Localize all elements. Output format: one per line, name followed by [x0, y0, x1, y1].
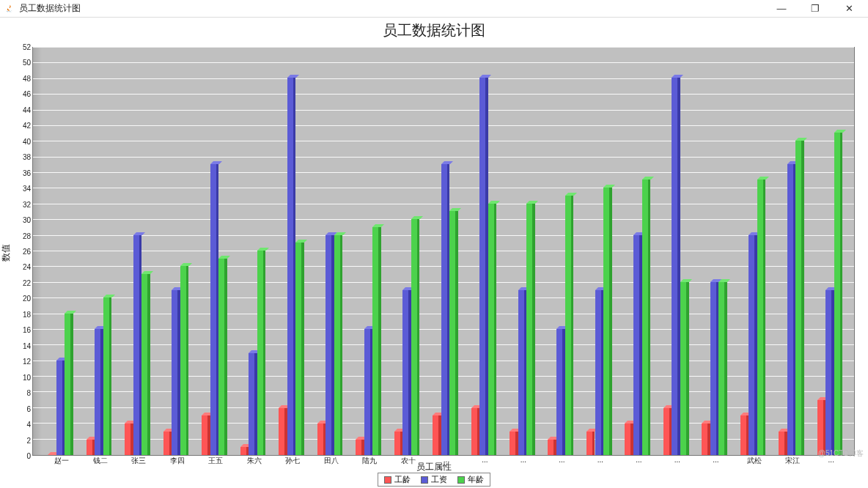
y-tick: 38 — [16, 153, 31, 161]
bar-工资 — [595, 290, 604, 455]
y-tick: 18 — [16, 310, 31, 318]
y-tick: 50 — [16, 59, 31, 67]
bar-工龄 — [279, 408, 287, 455]
bar-年龄 — [372, 227, 381, 455]
y-tick: 36 — [16, 169, 31, 177]
bar-年龄 — [642, 180, 651, 455]
bar-工龄 — [740, 415, 749, 455]
bar-工龄 — [548, 440, 556, 455]
bar-年龄 — [411, 219, 420, 455]
x-tick: 赵一 — [54, 456, 69, 466]
bar-工龄 — [471, 408, 480, 455]
bar-年龄 — [680, 282, 689, 455]
bar-年龄 — [795, 141, 804, 455]
plot-background — [32, 47, 855, 456]
legend-item-工龄: 工龄 — [384, 474, 411, 485]
x-tick: 王五 — [208, 456, 223, 466]
title-bar: 员工数据统计图 — ❐ ✕ — [0, 0, 868, 18]
watermark-text: @51CTO博客 — [818, 448, 864, 459]
bar-工资 — [479, 78, 488, 455]
legend-item-工资: 工资 — [421, 474, 447, 485]
bar-工资 — [672, 78, 680, 455]
bar-工资 — [441, 164, 450, 455]
bar-工龄 — [163, 432, 172, 455]
bar-年龄 — [334, 235, 343, 455]
x-tick: 孙七 — [285, 456, 300, 466]
bar-年龄 — [449, 211, 458, 455]
bar-工龄 — [202, 415, 210, 455]
close-button[interactable]: ✕ — [839, 3, 859, 14]
bar-工龄 — [125, 424, 133, 455]
bar-年龄 — [65, 314, 73, 455]
y-tick: 42 — [16, 122, 31, 130]
bar-工资 — [556, 329, 565, 455]
bar-工资 — [95, 329, 103, 455]
bar-工龄 — [356, 440, 364, 455]
legend-item-年龄: 年龄 — [457, 474, 484, 485]
x-tick: 朱六 — [247, 456, 262, 466]
bar-工资 — [633, 235, 642, 455]
x-tick: ... — [559, 456, 564, 464]
x-tick: 陆九 — [362, 456, 377, 466]
y-tick: 40 — [16, 137, 31, 145]
chart-area: 员工数据统计图 数值 02468101214161820222426283032… — [0, 18, 868, 488]
bar-年龄 — [218, 259, 227, 455]
minimize-button[interactable]: — — [771, 3, 792, 14]
y-tick: 32 — [16, 200, 31, 208]
bar-工资 — [133, 235, 142, 455]
x-tick: 李四 — [170, 456, 185, 466]
y-tick: 20 — [16, 295, 31, 303]
bar-工资 — [825, 290, 834, 455]
chart-bars — [33, 48, 854, 455]
x-tick: 钱二 — [93, 456, 108, 466]
bar-年龄 — [834, 133, 843, 455]
x-tick: ... — [636, 456, 641, 464]
bar-年龄 — [565, 196, 574, 455]
bar-工资 — [787, 164, 796, 455]
y-tick: 26 — [16, 248, 31, 256]
x-tick: 张三 — [131, 456, 146, 466]
bar-年龄 — [141, 274, 150, 455]
bar-工资 — [56, 361, 65, 455]
bar-年龄 — [718, 282, 727, 455]
bar-工资 — [172, 290, 180, 455]
x-tick: ... — [521, 456, 526, 464]
x-tick: ... — [482, 456, 488, 464]
bar-工龄 — [817, 400, 826, 455]
maximize-button[interactable]: ❐ — [805, 3, 825, 14]
x-axis-label: 员工属性 — [416, 461, 452, 473]
y-tick: 14 — [16, 341, 31, 350]
bar-工资 — [518, 290, 527, 455]
y-tick: 48 — [16, 74, 31, 82]
bar-工资 — [287, 78, 296, 455]
bar-工资 — [210, 164, 219, 455]
y-tick: 16 — [16, 326, 31, 334]
bar-年龄 — [103, 297, 112, 455]
bar-年龄 — [757, 180, 766, 455]
y-axis-label: 数值 — [0, 244, 12, 262]
y-tick: 10 — [16, 373, 31, 381]
bar-年龄 — [295, 243, 304, 455]
x-tick: ... — [597, 456, 603, 464]
bar-工龄 — [433, 415, 441, 455]
chart-title: 员工数据统计图 — [0, 18, 868, 40]
bar-工资 — [364, 329, 373, 455]
bar-工资 — [249, 353, 257, 456]
chart-legend: 工龄 工资 年龄 — [378, 473, 490, 487]
y-tick: 4 — [16, 421, 31, 429]
y-axis-ticks: 0246810121416182022242628303234363840424… — [16, 47, 31, 456]
bar-工龄 — [779, 432, 787, 455]
bar-工龄 — [625, 424, 633, 455]
y-tick: 6 — [16, 404, 31, 413]
y-tick: 46 — [16, 90, 31, 98]
y-tick: 30 — [16, 216, 31, 224]
y-tick: 44 — [16, 106, 31, 114]
bar-工龄 — [702, 424, 710, 455]
plot-area — [32, 47, 855, 456]
y-tick: 24 — [16, 263, 31, 271]
bar-工资 — [402, 290, 411, 455]
bar-工龄 — [586, 432, 595, 455]
bar-年龄 — [603, 188, 612, 455]
bar-工资 — [710, 282, 719, 455]
x-tick: ... — [713, 456, 718, 464]
